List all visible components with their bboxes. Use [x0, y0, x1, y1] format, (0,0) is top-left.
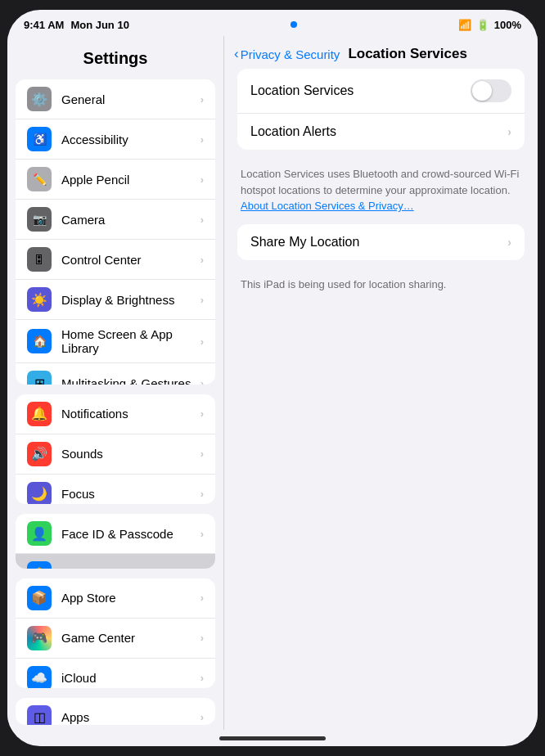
location-alerts-chevron: ›	[507, 125, 511, 138]
camera-label: Camera	[61, 213, 200, 227]
sidebar-item-sounds[interactable]: 🔊 Sounds ›	[16, 434, 215, 475]
home-screen-chevron: ›	[200, 335, 204, 348]
sidebar-item-app-store[interactable]: 📦 App Store ›	[16, 578, 215, 619]
share-location-label: Share My Location	[250, 235, 507, 250]
sidebar-item-apps[interactable]: ◫ Apps ›	[16, 698, 215, 725]
control-center-icon: 🎛	[27, 247, 52, 272]
general-label: General	[61, 92, 200, 106]
camera-icon: 📷	[27, 207, 52, 232]
sounds-icon: 🔊	[27, 442, 52, 466]
sounds-label: Sounds	[61, 447, 200, 461]
control-center-chevron: ›	[200, 254, 204, 266]
app-store-chevron: ›	[200, 592, 204, 604]
display-brightness-chevron: ›	[200, 294, 204, 306]
multitasking-chevron: ›	[200, 377, 204, 385]
sidebar-title: Settings	[7, 36, 223, 74]
notifications-icon: 🔔	[27, 402, 52, 426]
privacy-chevron: ›	[200, 568, 204, 569]
sidebar-item-display-brightness[interactable]: ☀️ Display & Brightness ›	[16, 280, 215, 320]
home-indicator	[7, 730, 538, 746]
sidebar-item-privacy[interactable]: 🤚 Privacy & Security ›	[16, 554, 215, 569]
sidebar-item-control-center[interactable]: 🎛 Control Center ›	[16, 240, 215, 280]
share-location-chevron: ›	[507, 236, 511, 249]
general-chevron: ›	[200, 93, 204, 106]
notifications-chevron: ›	[200, 407, 204, 420]
app-store-icon: 📦	[27, 586, 52, 610]
sidebar-item-face-id[interactable]: 👤 Face ID & Passcode ›	[16, 514, 215, 554]
location-services-toggle[interactable]	[471, 79, 511, 102]
sidebar-item-accessibility[interactable]: ♿ Accessibility ›	[16, 119, 215, 160]
location-services-label: Location Services	[250, 83, 471, 98]
status-bar-left: 9:41 AM Mon Jun 10	[24, 19, 129, 31]
focus-icon: 🌙	[27, 482, 52, 504]
sidebar-item-home-screen[interactable]: 🏠 Home Screen & App Library ›	[16, 320, 215, 363]
sidebar-item-camera[interactable]: 📷 Camera ›	[16, 200, 215, 240]
display-brightness-label: Display & Brightness	[61, 293, 200, 307]
privacy-label: Privacy & Security	[61, 567, 200, 569]
home-bar	[219, 736, 326, 740]
time: 9:41 AM	[24, 19, 64, 31]
face-id-icon: 👤	[27, 521, 52, 546]
nav-back-button[interactable]: ‹ Privacy & Security	[234, 46, 340, 62]
status-bar: 9:41 AM Mon Jun 10 📶 🔋 100%	[7, 10, 538, 36]
apple-pencil-icon: ✏️	[27, 167, 52, 191]
sidebar-group-4: 📦 App Store › 🎮 Game Center › ☁️ iCloud …	[16, 578, 215, 688]
icloud-label: iCloud	[61, 671, 200, 685]
location-services-row[interactable]: Location Services	[237, 69, 525, 114]
icloud-icon: ☁️	[27, 666, 52, 688]
sidebar: Settings ⚙️ General › ♿ Accessibility › …	[7, 36, 224, 730]
sidebar-group-3: 👤 Face ID & Passcode › 🤚 Privacy & Secur…	[16, 514, 215, 569]
apps-icon: ◫	[27, 705, 52, 725]
game-center-chevron: ›	[200, 632, 204, 644]
accessibility-chevron: ›	[200, 133, 204, 146]
battery-level: 100%	[494, 19, 521, 31]
location-alerts-row[interactable]: Location Alerts ›	[237, 114, 525, 150]
wifi-icon: 📶	[458, 19, 471, 31]
share-location-description: This iPad is being used for location sha…	[237, 270, 525, 303]
battery-icon: 🔋	[476, 19, 489, 31]
share-location-row[interactable]: Share My Location ›	[237, 224, 525, 260]
apps-label: Apps	[61, 710, 200, 724]
apple-pencil-chevron: ›	[200, 173, 204, 186]
control-center-label: Control Center	[61, 253, 200, 267]
accessibility-label: Accessibility	[61, 133, 200, 146]
sidebar-group-2: 🔔 Notifications › 🔊 Sounds › 🌙 Focus › ⏱…	[16, 394, 215, 504]
app-store-label: App Store	[61, 591, 200, 605]
sidebar-item-apple-pencil[interactable]: ✏️ Apple Pencil ›	[16, 160, 215, 200]
sidebar-item-game-center[interactable]: 🎮 Game Center ›	[16, 619, 215, 659]
display-brightness-icon: ☀️	[27, 287, 52, 312]
home-screen-label: Home Screen & App Library	[61, 327, 200, 355]
face-id-chevron: ›	[200, 528, 204, 540]
sidebar-item-multitasking[interactable]: ⊞ Multitasking & Gestures ›	[16, 363, 215, 385]
game-center-icon: 🎮	[27, 626, 52, 650]
location-description: Location Services uses Bluetooth and cro…	[237, 160, 525, 224]
about-location-link[interactable]: About Location Services & Privacy…	[241, 200, 414, 212]
apps-chevron: ›	[200, 711, 204, 723]
focus-chevron: ›	[200, 488, 204, 500]
sounds-chevron: ›	[200, 448, 204, 460]
ipad-frame: 9:41 AM Mon Jun 10 📶 🔋 100% Settings ⚙️ …	[7, 10, 538, 746]
apple-pencil-label: Apple Pencil	[61, 173, 200, 187]
sidebar-item-icloud[interactable]: ☁️ iCloud ›	[16, 659, 215, 688]
general-icon: ⚙️	[27, 87, 52, 111]
location-alerts-label: Location Alerts	[250, 124, 507, 139]
camera-chevron: ›	[200, 214, 204, 226]
status-bar-right: 📶 🔋 100%	[458, 19, 521, 31]
camera-indicator	[291, 21, 297, 28]
sidebar-item-general[interactable]: ⚙️ General ›	[16, 79, 215, 119]
location-services-group: Location Services Location Alerts ›	[237, 69, 525, 150]
game-center-label: Game Center	[61, 631, 200, 645]
content-body: Location Services Location Alerts › Loca…	[224, 69, 538, 302]
sidebar-item-focus[interactable]: 🌙 Focus ›	[16, 475, 215, 504]
sidebar-item-notifications[interactable]: 🔔 Notifications ›	[16, 394, 215, 434]
notifications-label: Notifications	[61, 407, 200, 421]
main-content: ‹ Privacy & Security Location Services L…	[224, 36, 538, 730]
face-id-label: Face ID & Passcode	[61, 527, 200, 541]
share-location-group: Share My Location ›	[237, 224, 525, 260]
multitasking-icon: ⊞	[27, 371, 52, 385]
accessibility-icon: ♿	[27, 127, 52, 151]
sidebar-group-5: ◫ Apps ›	[16, 698, 215, 725]
multitasking-label: Multitasking & Gestures	[61, 376, 200, 385]
app-container: Settings ⚙️ General › ♿ Accessibility › …	[7, 36, 538, 730]
nav-back-chevron-icon: ‹	[234, 46, 239, 62]
